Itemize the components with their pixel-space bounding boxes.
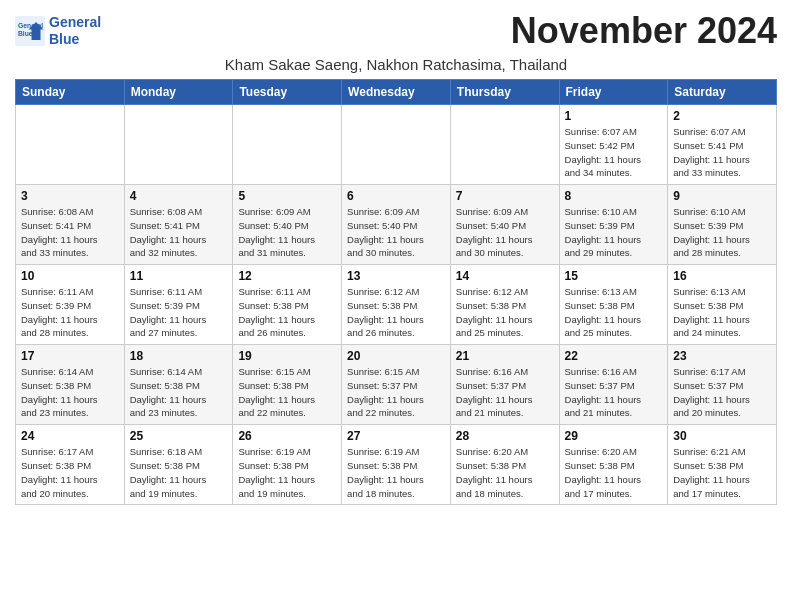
day-number: 29 — [565, 429, 663, 443]
day-number: 28 — [456, 429, 554, 443]
day-cell: 17Sunrise: 6:14 AM Sunset: 5:38 PM Dayli… — [16, 345, 125, 425]
day-number: 21 — [456, 349, 554, 363]
day-info: Sunrise: 6:17 AM Sunset: 5:37 PM Dayligh… — [673, 365, 771, 420]
day-cell: 11Sunrise: 6:11 AM Sunset: 5:39 PM Dayli… — [124, 265, 233, 345]
day-cell — [233, 105, 342, 185]
month-title: November 2024 — [511, 10, 777, 52]
weekday-header-tuesday: Tuesday — [233, 80, 342, 105]
day-number: 26 — [238, 429, 336, 443]
svg-text:Blue: Blue — [18, 30, 33, 37]
day-info: Sunrise: 6:12 AM Sunset: 5:38 PM Dayligh… — [347, 285, 445, 340]
day-info: Sunrise: 6:08 AM Sunset: 5:41 PM Dayligh… — [130, 205, 228, 260]
calendar-body: 1Sunrise: 6:07 AM Sunset: 5:42 PM Daylig… — [16, 105, 777, 505]
weekday-header-saturday: Saturday — [668, 80, 777, 105]
weekday-header-friday: Friday — [559, 80, 668, 105]
day-number: 11 — [130, 269, 228, 283]
day-info: Sunrise: 6:15 AM Sunset: 5:38 PM Dayligh… — [238, 365, 336, 420]
day-info: Sunrise: 6:16 AM Sunset: 5:37 PM Dayligh… — [456, 365, 554, 420]
day-cell — [450, 105, 559, 185]
day-number: 12 — [238, 269, 336, 283]
day-info: Sunrise: 6:12 AM Sunset: 5:38 PM Dayligh… — [456, 285, 554, 340]
day-info: Sunrise: 6:11 AM Sunset: 5:39 PM Dayligh… — [130, 285, 228, 340]
weekday-header-monday: Monday — [124, 80, 233, 105]
day-info: Sunrise: 6:19 AM Sunset: 5:38 PM Dayligh… — [238, 445, 336, 500]
weekday-header-row: SundayMondayTuesdayWednesdayThursdayFrid… — [16, 80, 777, 105]
day-cell: 20Sunrise: 6:15 AM Sunset: 5:37 PM Dayli… — [342, 345, 451, 425]
day-number: 30 — [673, 429, 771, 443]
day-info: Sunrise: 6:10 AM Sunset: 5:39 PM Dayligh… — [673, 205, 771, 260]
day-number: 27 — [347, 429, 445, 443]
day-cell: 1Sunrise: 6:07 AM Sunset: 5:42 PM Daylig… — [559, 105, 668, 185]
day-cell — [16, 105, 125, 185]
day-number: 19 — [238, 349, 336, 363]
day-cell: 23Sunrise: 6:17 AM Sunset: 5:37 PM Dayli… — [668, 345, 777, 425]
day-number: 22 — [565, 349, 663, 363]
day-cell: 22Sunrise: 6:16 AM Sunset: 5:37 PM Dayli… — [559, 345, 668, 425]
day-cell: 19Sunrise: 6:15 AM Sunset: 5:38 PM Dayli… — [233, 345, 342, 425]
day-cell — [124, 105, 233, 185]
day-cell — [342, 105, 451, 185]
day-number: 5 — [238, 189, 336, 203]
day-cell: 25Sunrise: 6:18 AM Sunset: 5:38 PM Dayli… — [124, 425, 233, 505]
day-number: 4 — [130, 189, 228, 203]
day-number: 10 — [21, 269, 119, 283]
day-info: Sunrise: 6:15 AM Sunset: 5:37 PM Dayligh… — [347, 365, 445, 420]
day-number: 9 — [673, 189, 771, 203]
day-number: 16 — [673, 269, 771, 283]
day-number: 3 — [21, 189, 119, 203]
day-info: Sunrise: 6:09 AM Sunset: 5:40 PM Dayligh… — [456, 205, 554, 260]
day-info: Sunrise: 6:16 AM Sunset: 5:37 PM Dayligh… — [565, 365, 663, 420]
week-row-3: 10Sunrise: 6:11 AM Sunset: 5:39 PM Dayli… — [16, 265, 777, 345]
day-cell: 26Sunrise: 6:19 AM Sunset: 5:38 PM Dayli… — [233, 425, 342, 505]
day-info: Sunrise: 6:09 AM Sunset: 5:40 PM Dayligh… — [347, 205, 445, 260]
day-cell: 7Sunrise: 6:09 AM Sunset: 5:40 PM Daylig… — [450, 185, 559, 265]
weekday-header-sunday: Sunday — [16, 80, 125, 105]
day-number: 20 — [347, 349, 445, 363]
day-number: 1 — [565, 109, 663, 123]
week-row-1: 1Sunrise: 6:07 AM Sunset: 5:42 PM Daylig… — [16, 105, 777, 185]
day-info: Sunrise: 6:07 AM Sunset: 5:41 PM Dayligh… — [673, 125, 771, 180]
day-info: Sunrise: 6:09 AM Sunset: 5:40 PM Dayligh… — [238, 205, 336, 260]
day-number: 25 — [130, 429, 228, 443]
day-number: 17 — [21, 349, 119, 363]
day-number: 14 — [456, 269, 554, 283]
day-number: 7 — [456, 189, 554, 203]
day-cell: 16Sunrise: 6:13 AM Sunset: 5:38 PM Dayli… — [668, 265, 777, 345]
logo-text-blue: Blue — [49, 31, 101, 48]
day-number: 13 — [347, 269, 445, 283]
weekday-header-wednesday: Wednesday — [342, 80, 451, 105]
logo-icon: General Blue — [15, 16, 45, 46]
day-cell: 6Sunrise: 6:09 AM Sunset: 5:40 PM Daylig… — [342, 185, 451, 265]
day-cell: 18Sunrise: 6:14 AM Sunset: 5:38 PM Dayli… — [124, 345, 233, 425]
day-number: 2 — [673, 109, 771, 123]
day-cell: 21Sunrise: 6:16 AM Sunset: 5:37 PM Dayli… — [450, 345, 559, 425]
day-info: Sunrise: 6:07 AM Sunset: 5:42 PM Dayligh… — [565, 125, 663, 180]
day-cell: 24Sunrise: 6:17 AM Sunset: 5:38 PM Dayli… — [16, 425, 125, 505]
day-cell: 5Sunrise: 6:09 AM Sunset: 5:40 PM Daylig… — [233, 185, 342, 265]
day-info: Sunrise: 6:13 AM Sunset: 5:38 PM Dayligh… — [565, 285, 663, 340]
logo-text-general: General — [49, 14, 101, 31]
day-info: Sunrise: 6:10 AM Sunset: 5:39 PM Dayligh… — [565, 205, 663, 260]
day-cell: 15Sunrise: 6:13 AM Sunset: 5:38 PM Dayli… — [559, 265, 668, 345]
day-info: Sunrise: 6:21 AM Sunset: 5:38 PM Dayligh… — [673, 445, 771, 500]
day-cell: 29Sunrise: 6:20 AM Sunset: 5:38 PM Dayli… — [559, 425, 668, 505]
day-cell: 2Sunrise: 6:07 AM Sunset: 5:41 PM Daylig… — [668, 105, 777, 185]
day-cell: 14Sunrise: 6:12 AM Sunset: 5:38 PM Dayli… — [450, 265, 559, 345]
day-info: Sunrise: 6:14 AM Sunset: 5:38 PM Dayligh… — [21, 365, 119, 420]
day-info: Sunrise: 6:14 AM Sunset: 5:38 PM Dayligh… — [130, 365, 228, 420]
day-info: Sunrise: 6:20 AM Sunset: 5:38 PM Dayligh… — [456, 445, 554, 500]
day-cell: 28Sunrise: 6:20 AM Sunset: 5:38 PM Dayli… — [450, 425, 559, 505]
day-info: Sunrise: 6:11 AM Sunset: 5:38 PM Dayligh… — [238, 285, 336, 340]
day-cell: 10Sunrise: 6:11 AM Sunset: 5:39 PM Dayli… — [16, 265, 125, 345]
day-info: Sunrise: 6:11 AM Sunset: 5:39 PM Dayligh… — [21, 285, 119, 340]
calendar-table: SundayMondayTuesdayWednesdayThursdayFrid… — [15, 79, 777, 505]
day-info: Sunrise: 6:13 AM Sunset: 5:38 PM Dayligh… — [673, 285, 771, 340]
day-info: Sunrise: 6:17 AM Sunset: 5:38 PM Dayligh… — [21, 445, 119, 500]
day-cell: 4Sunrise: 6:08 AM Sunset: 5:41 PM Daylig… — [124, 185, 233, 265]
day-number: 24 — [21, 429, 119, 443]
day-cell: 3Sunrise: 6:08 AM Sunset: 5:41 PM Daylig… — [16, 185, 125, 265]
day-info: Sunrise: 6:18 AM Sunset: 5:38 PM Dayligh… — [130, 445, 228, 500]
logo: General Blue General Blue — [15, 14, 101, 48]
week-row-5: 24Sunrise: 6:17 AM Sunset: 5:38 PM Dayli… — [16, 425, 777, 505]
day-number: 18 — [130, 349, 228, 363]
